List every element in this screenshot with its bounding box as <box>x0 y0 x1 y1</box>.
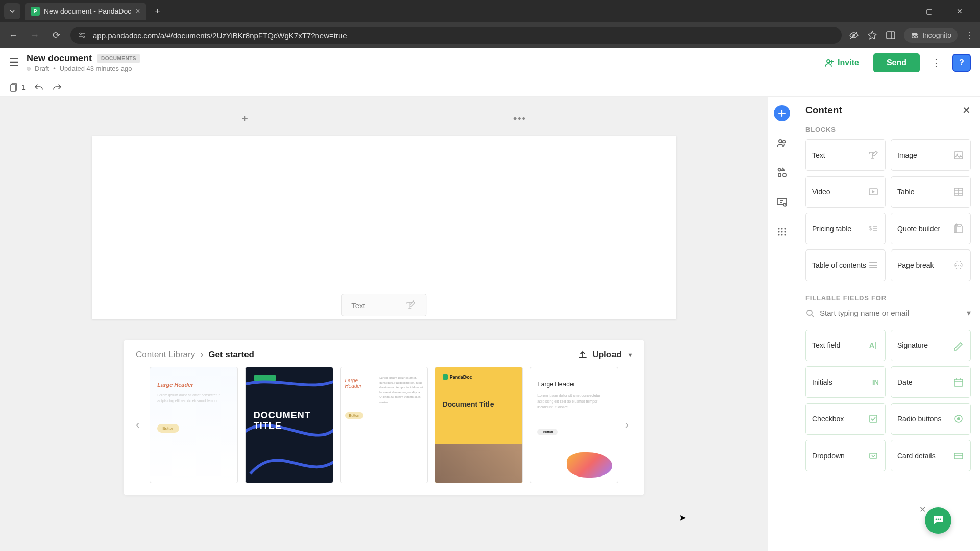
svg-point-18 <box>784 228 786 229</box>
recipient-search-input[interactable] <box>820 309 962 317</box>
field-card-details[interactable]: Card details <box>891 440 971 471</box>
library-current-folder: Get started <box>208 349 254 360</box>
help-button[interactable]: ? <box>952 54 971 72</box>
svg-text:$: $ <box>869 225 872 231</box>
browser-tab[interactable]: P New document - PandaDoc × <box>24 3 146 20</box>
svg-point-30 <box>869 262 870 263</box>
nav-reload-button[interactable]: ⟳ <box>49 30 63 41</box>
recipient-dropdown-toggle[interactable]: ▾ <box>967 308 971 318</box>
template-1-button: Button <box>157 424 179 433</box>
table-block-icon <box>953 186 964 197</box>
block-table[interactable]: Table <box>891 176 971 208</box>
chat-dismiss-button[interactable]: ✕ <box>919 505 926 514</box>
template-card-1[interactable]: Large Header Lorem ipsum dolor sit amet … <box>150 367 238 483</box>
svg-point-24 <box>784 234 786 235</box>
field-checkbox[interactable]: Checkbox <box>805 403 886 435</box>
template-3-body: Lorem ipsum dolor sit amet, consectetur … <box>375 367 427 483</box>
svg-rect-42 <box>954 453 963 459</box>
document-page[interactable]: Text <box>92 136 676 319</box>
app-header: ☰ New document DOCUMENTS Draft • Updated… <box>0 48 980 78</box>
undo-button[interactable] <box>34 82 44 92</box>
template-card-4[interactable]: PandaDoc Document Title <box>435 367 523 483</box>
redo-button[interactable] <box>52 82 62 92</box>
url-bar[interactable]: app.pandadoc.com/a/#/documents/2UzYiBKr8… <box>70 27 842 44</box>
svg-point-40 <box>957 417 960 420</box>
nav-back-button[interactable]: ← <box>6 30 20 41</box>
block-video[interactable]: Video <box>805 176 886 208</box>
window-close-button[interactable]: ✕ <box>949 7 970 15</box>
svg-rect-4 <box>887 32 895 39</box>
block-options-button[interactable]: ••• <box>513 114 526 124</box>
checkbox-icon <box>868 413 879 424</box>
main-menu-button[interactable]: ☰ <box>9 56 19 69</box>
nav-forward-button[interactable]: → <box>28 30 42 41</box>
invite-button[interactable]: Invite <box>817 54 866 72</box>
incognito-badge[interactable]: Incognito <box>904 28 958 43</box>
chat-widget-button[interactable] <box>925 507 951 534</box>
send-button[interactable]: Send <box>873 53 920 72</box>
field-dropdown[interactable]: Dropdown <box>805 440 886 471</box>
rail-apps-button[interactable] <box>774 223 790 240</box>
eye-off-icon[interactable] <box>849 30 859 40</box>
window-maximize-button[interactable]: ▢ <box>919 7 939 15</box>
template-5-shape <box>567 452 612 478</box>
canvas-area[interactable]: + ••• Text Content Library › Get started <box>0 97 768 551</box>
status-dot-icon <box>27 67 31 71</box>
text-field-icon: A <box>868 340 879 351</box>
toc-icon <box>868 260 879 271</box>
templates-prev-button[interactable]: ‹ <box>136 418 142 432</box>
image-block-icon <box>953 149 964 161</box>
field-initials[interactable]: Initials IN <box>805 366 886 398</box>
template-3-header: Large Header <box>345 378 372 389</box>
rail-add-button[interactable] <box>774 105 790 121</box>
recipient-search[interactable]: ▾ <box>805 308 971 322</box>
tab-close-icon[interactable]: × <box>135 7 140 16</box>
library-root-link[interactable]: Content Library <box>136 349 195 360</box>
block-quote-builder[interactable]: Quote builder <box>891 213 971 244</box>
rail-recipients-button[interactable] <box>774 135 790 151</box>
field-radio[interactable]: Radio buttons <box>891 403 971 435</box>
block-image[interactable]: Image <box>891 139 971 171</box>
site-settings-icon[interactable] <box>78 31 88 40</box>
side-panel-icon[interactable] <box>886 30 896 40</box>
new-tab-button[interactable]: + <box>150 3 166 19</box>
block-pricing-table[interactable]: Pricing table $ <box>805 213 886 244</box>
text-block-placeholder[interactable]: Text <box>341 294 426 316</box>
window-minimize-button[interactable]: — <box>888 7 909 15</box>
upload-button[interactable]: Upload ▾ <box>578 349 632 360</box>
page-break-icon <box>953 260 964 271</box>
document-title[interactable]: New document <box>27 53 92 64</box>
pages-button[interactable]: 1 <box>9 82 26 92</box>
chevron-down-icon[interactable]: ▾ <box>629 351 632 358</box>
template-4-brand: PandaDoc <box>450 374 472 380</box>
block-page-break[interactable]: Page break <box>891 249 971 281</box>
add-block-button[interactable]: + <box>241 112 248 126</box>
card-icon <box>953 450 964 461</box>
rail-variables-button[interactable] <box>774 164 790 181</box>
tab-search-button[interactable] <box>4 3 20 19</box>
window-controls: — ▢ ✕ <box>888 7 976 15</box>
template-card-3[interactable]: Large Header Button Lorem ipsum dolor si… <box>340 367 428 483</box>
rail-workflow-button[interactable] <box>774 194 790 210</box>
bookmark-star-icon[interactable] <box>867 30 877 40</box>
document-more-button[interactable]: ⋮ <box>927 54 945 72</box>
block-table-of-contents[interactable]: Table of contents <box>805 249 886 281</box>
svg-rect-37 <box>954 379 963 386</box>
template-card-2[interactable]: DOCUMENT TITLE <box>245 367 333 483</box>
svg-point-44 <box>936 519 937 520</box>
svg-point-22 <box>778 234 779 235</box>
field-signature[interactable]: Signature <box>891 330 971 361</box>
right-rail <box>768 97 796 551</box>
browser-tab-bar: P New document - PandaDoc × + — ▢ ✕ <box>0 0 980 22</box>
panel-close-button[interactable]: ✕ <box>962 104 971 116</box>
browser-menu-button[interactable]: ⋮ <box>966 31 974 40</box>
initials-icon: IN <box>872 379 879 386</box>
field-text[interactable]: Text field A <box>805 330 886 361</box>
svg-point-32 <box>869 267 870 268</box>
upload-label: Upload <box>592 349 622 360</box>
panel-title: Content <box>805 105 842 116</box>
field-date[interactable]: Date <box>891 366 971 398</box>
template-card-5[interactable]: Large Header Lorem ipsum dolor sit amet … <box>530 367 618 483</box>
block-text[interactable]: Text <box>805 139 886 171</box>
templates-next-button[interactable]: › <box>625 418 632 432</box>
